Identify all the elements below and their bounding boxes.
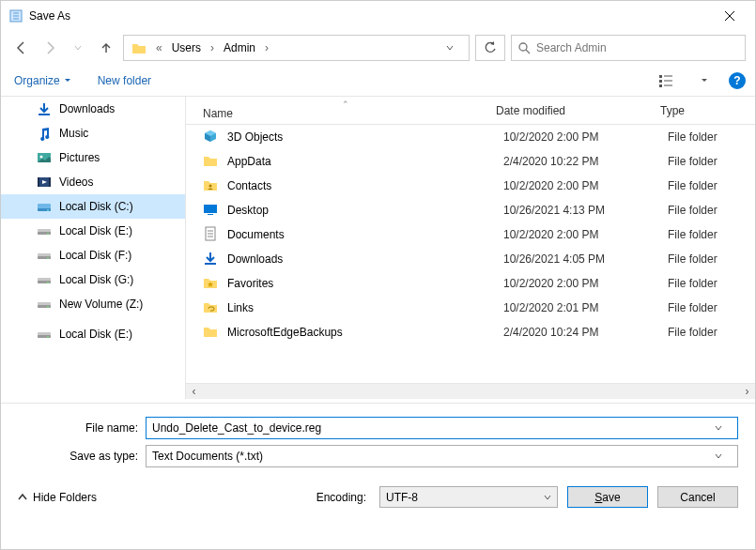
file-row[interactable]: Links10/2/2020 2:01 PMFile folder [186,296,755,320]
3dobjects-icon [203,129,220,145]
view-options-button[interactable] [654,69,680,92]
tree-item-label: Local Disk (E:) [59,224,132,237]
breadcrumb-root[interactable] [126,37,152,59]
file-type: File folder [668,204,755,217]
svg-line-7 [526,50,530,53]
filename-input[interactable] [152,421,715,435]
file-row[interactable]: 3D Objects10/2/2020 2:00 PMFile folder [186,125,755,149]
file-date: 10/2/2020 2:00 PM [503,130,668,144]
tree-item[interactable]: Local Disk (G:) [1,267,185,292]
file-type: File folder [668,277,755,290]
svg-rect-10 [659,84,662,87]
refresh-button[interactable] [475,35,505,61]
navigation-tree[interactable]: DownloadsMusicPicturesVideosLocal Disk (… [1,97,186,399]
view-dropdown[interactable] [699,69,710,92]
svg-rect-36 [38,335,51,338]
back-button[interactable] [10,37,33,59]
encoding-dropdown[interactable] [544,494,551,501]
window-title: Save As [29,9,708,23]
search-icon [517,41,531,54]
file-date: 10/2/2020 2:00 PM [503,228,668,241]
scroll-right[interactable]: › [739,384,755,400]
filename-field[interactable] [146,417,738,439]
scroll-left[interactable]: ‹ [186,384,202,400]
drive-icon [37,248,52,263]
file-row[interactable]: Documents10/2/2020 2:00 PMFile folder [186,222,755,247]
folder-icon [203,153,220,170]
organize-menu[interactable]: Organize [10,70,75,91]
file-row[interactable]: Downloads10/26/2021 4:05 PMFile folder [186,247,755,271]
tree-item-label: Pictures [59,151,100,164]
breadcrumb-chevron[interactable]: › [208,41,216,54]
app-icon [8,8,23,23]
save-button[interactable]: Save [567,486,648,508]
recent-dropdown[interactable] [67,37,89,59]
svg-rect-40 [208,214,213,215]
column-name[interactable]: Name [195,107,496,120]
file-name: MicrosoftEdgeBackups [227,326,503,339]
search-box[interactable] [511,35,746,61]
svg-point-16 [40,156,43,159]
svg-point-28 [47,257,49,259]
file-row[interactable]: MicrosoftEdgeBackups2/4/2020 10:24 PMFil… [186,320,755,344]
favorites-icon [203,275,220,292]
tree-item[interactable]: Videos [1,170,185,194]
saveastype-combo[interactable]: Text Documents (*.txt) [146,445,738,467]
file-date: 10/2/2020 2:00 PM [503,277,668,290]
file-date: 10/2/2020 2:00 PM [503,179,668,192]
tree-item[interactable]: Local Disk (E:) [1,322,185,346]
file-row[interactable]: Favorites10/2/2020 2:00 PMFile folder [186,271,755,296]
saveastype-dropdown[interactable] [715,452,732,460]
svg-rect-21 [38,208,51,211]
svg-rect-30 [38,281,51,283]
file-view: ⌃ Name Date modified Type 3D Objects10/2… [186,97,755,399]
new-folder-button[interactable]: New folder [94,70,155,91]
help-button[interactable]: ? [729,72,746,89]
tree-item-label: Local Disk (F:) [59,249,131,262]
tree-item[interactable]: Local Disk (E:) [1,219,185,243]
breadcrumb-chevron[interactable]: › [263,41,270,54]
encoding-combo[interactable]: UTF-8 [379,486,558,508]
tree-item-label: Music [59,127,88,140]
search-input[interactable] [536,41,739,54]
tree-item[interactable]: Downloads [1,97,185,121]
svg-rect-19 [49,177,51,187]
contacts-icon [203,177,220,194]
close-button[interactable] [708,1,751,31]
breadcrumb-admin[interactable]: Admin [218,37,261,59]
address-bar[interactable]: « Users › Admin › [123,35,470,61]
links-icon [203,299,220,316]
filename-dropdown[interactable] [715,424,732,432]
column-headers[interactable]: ⌃ Name Date modified Type [186,97,755,125]
tree-item[interactable]: Music [1,121,185,145]
drive-icon [37,223,52,238]
forward-button[interactable] [39,37,61,59]
breadcrumb-users[interactable]: Users [166,37,207,59]
tree-item-label: Videos [59,176,93,189]
file-row[interactable]: Desktop10/26/2021 4:13 PMFile folder [186,198,755,222]
svg-point-37 [47,336,49,338]
tree-item[interactable]: Local Disk (F:) [1,243,185,267]
column-type[interactable]: Type [660,104,746,117]
tree-item[interactable]: Local Disk (C:) [1,194,185,219]
tree-item[interactable]: New Volume (Z:) [1,292,185,316]
breadcrumb-chevron[interactable]: « [154,41,164,54]
videos-icon [37,175,52,190]
file-row[interactable]: AppData2/4/2020 10:22 PMFile folder [186,149,755,174]
file-date: 10/26/2021 4:05 PM [503,252,668,266]
up-button[interactable] [95,37,117,59]
address-dropdown[interactable] [446,44,467,52]
hide-folders-toggle[interactable]: Hide Folders [18,491,97,504]
saveastype-value: Text Documents (*.txt) [152,450,263,463]
file-name: Favorites [227,277,503,290]
file-list[interactable]: 3D Objects10/2/2020 2:00 PMFile folderAp… [186,125,755,383]
cancel-button[interactable]: Cancel [657,486,738,508]
file-row[interactable]: Contacts10/2/2020 2:00 PMFile folder [186,174,755,198]
horizontal-scrollbar[interactable]: ‹ › [186,383,755,399]
column-date[interactable]: Date modified [496,104,660,117]
file-date: 2/4/2020 10:24 PM [503,326,668,339]
svg-point-38 [209,185,212,188]
tree-item[interactable]: Pictures [1,145,185,170]
file-name: 3D Objects [227,130,503,144]
drive-icon [37,297,52,312]
